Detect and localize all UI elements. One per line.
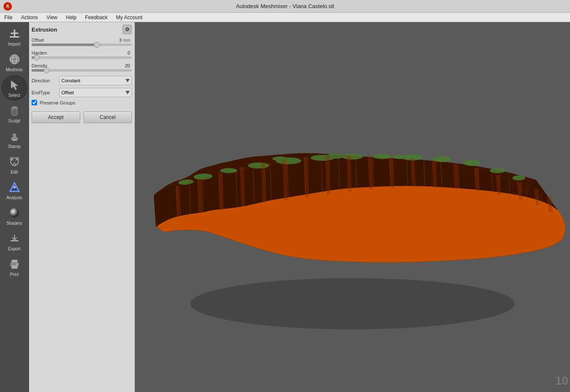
sidebar-item-analysis-label: Analysis: [6, 195, 22, 200]
svg-rect-10: [13, 134, 16, 137]
titlebar: A Autodesk Meshmixer - Viana Castelo.stl: [0, 0, 570, 13]
gear-button[interactable]: ⚙: [122, 25, 132, 34]
svg-point-29: [190, 278, 515, 329]
preserve-groups-row: Preserve Groups: [32, 100, 132, 105]
svg-rect-24: [11, 241, 18, 241]
svg-point-33: [248, 163, 269, 168]
sidebar-item-print-label: Print: [10, 272, 19, 277]
svg-text:10: 10: [555, 374, 568, 387]
svg-rect-9: [11, 137, 18, 139]
offset-slider-fill: [32, 44, 97, 46]
sidebar-item-print[interactable]: Print: [2, 254, 27, 280]
svg-point-22: [10, 208, 19, 218]
endtype-label: EndType: [32, 90, 59, 95]
harden-slider[interactable]: [32, 56, 132, 59]
svg-rect-2: [10, 36, 19, 38]
svg-point-12: [11, 158, 18, 166]
harden-row: Harden 0: [32, 50, 132, 55]
svg-point-40: [463, 160, 480, 166]
svg-rect-27: [12, 265, 17, 269]
accept-button[interactable]: Accept: [32, 111, 80, 123]
density-slider[interactable]: [32, 69, 132, 72]
svg-line-17: [15, 160, 17, 161]
sidebar-item-sculpt-label: Sculpt: [9, 119, 20, 123]
menu-myaccount[interactable]: My Account: [112, 14, 147, 21]
menu-file[interactable]: File: [0, 14, 17, 21]
menu-help[interactable]: Help: [62, 14, 81, 21]
extrusion-panel: Extrusion ⚙ Offset 3 mm Harden 0 Density…: [29, 22, 135, 392]
svg-point-36: [342, 154, 363, 160]
sidebar-item-stamp-label: Stamp: [8, 144, 20, 149]
panel-buttons: Accept Cancel: [32, 111, 132, 123]
svg-point-42: [512, 175, 525, 180]
preserve-groups-checkbox[interactable]: [32, 100, 37, 105]
mesh-container: 10: [135, 22, 570, 392]
direction-select[interactable]: Constant Normal Tangent: [59, 76, 132, 85]
menu-feedback[interactable]: Feedback: [81, 14, 112, 21]
sidebar-item-import[interactable]: Import: [2, 24, 27, 49]
svg-rect-28: [16, 264, 17, 265]
panel-header: Extrusion ⚙: [32, 25, 132, 34]
svg-line-16: [12, 160, 14, 161]
menu-view[interactable]: View: [42, 14, 62, 21]
window-title: Autodesk Meshmixer - Viana Castelo.stl: [236, 3, 334, 9]
sidebar-item-shaders-label: Shaders: [6, 221, 22, 226]
sidebar-item-shaders[interactable]: Shaders: [2, 203, 27, 229]
svg-point-21: [13, 186, 16, 189]
sidebar-item-stamp[interactable]: Stamp: [2, 126, 27, 152]
svg-point-32: [220, 168, 237, 173]
panel-title: Extrusion: [32, 26, 57, 33]
direction-row: Direction Constant Normal Tangent: [32, 76, 132, 85]
density-slider-thumb[interactable]: [44, 67, 49, 73]
sidebar: Import Meshmix Select: [0, 22, 29, 392]
sidebar-item-edit[interactable]: Edit: [2, 152, 27, 177]
menu-actions[interactable]: Actions: [17, 14, 42, 21]
cancel-button[interactable]: Cancel: [84, 111, 132, 123]
offset-row: Offset 3 mm: [32, 38, 132, 43]
offset-slider-thumb[interactable]: [94, 42, 100, 48]
density-label: Density: [32, 63, 68, 68]
sidebar-item-sculpt[interactable]: Sculpt: [2, 101, 27, 126]
svg-point-37: [373, 154, 392, 159]
sidebar-item-meshmix-label: Meshmix: [6, 67, 23, 72]
sidebar-item-edit-label: Edit: [11, 170, 18, 174]
density-value: 20: [68, 63, 132, 68]
sidebar-item-export[interactable]: Export: [2, 229, 27, 254]
offset-slider[interactable]: [32, 44, 132, 46]
offset-label: Offset: [32, 38, 68, 43]
harden-slider-thumb[interactable]: [34, 55, 40, 61]
menubar: File Actions View Help Feedback My Accou…: [0, 13, 570, 22]
offset-unit: mm: [123, 38, 132, 43]
sidebar-item-select-label: Select: [9, 93, 20, 98]
direction-label: Direction: [32, 78, 59, 83]
svg-point-3: [10, 55, 19, 64]
endtype-row: EndType Offset Flat Angled: [32, 88, 132, 97]
sidebar-item-meshmix[interactable]: Meshmix: [2, 49, 27, 75]
sidebar-item-select[interactable]: Select: [2, 75, 27, 101]
svg-point-41: [490, 168, 505, 173]
sidebar-item-import-label: Import: [8, 42, 20, 46]
sidebar-item-export-label: Export: [8, 247, 20, 251]
svg-rect-11: [12, 139, 17, 141]
endtype-select[interactable]: Offset Flat Angled: [59, 88, 132, 97]
viewport[interactable]: 10 10: [135, 22, 570, 392]
main-area: Import Meshmix Select: [0, 22, 570, 392]
harden-value: 0: [68, 50, 132, 55]
app-logo: A: [3, 2, 12, 11]
svg-point-45: [393, 155, 406, 159]
svg-marker-6: [11, 81, 18, 90]
preserve-groups-label: Preserve Groups: [40, 100, 75, 105]
sidebar-item-analysis[interactable]: Analysis: [2, 177, 27, 203]
